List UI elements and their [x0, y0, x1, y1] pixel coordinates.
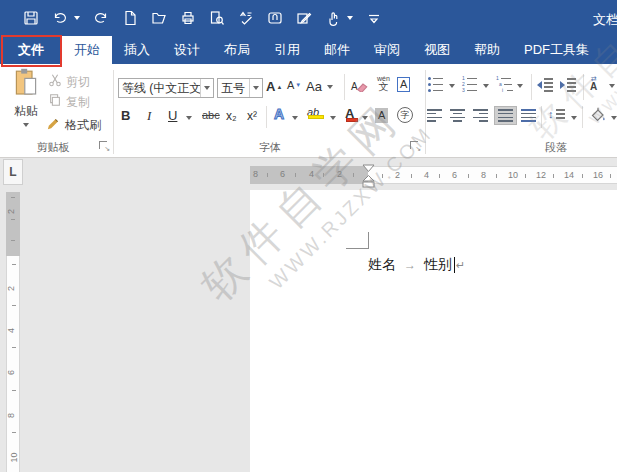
numbering-button[interactable]: 1 2 3 — [462, 77, 477, 92]
tab-邮件[interactable]: 邮件 — [312, 36, 362, 64]
text-effects-dropdown[interactable] — [292, 116, 298, 120]
font-color-button[interactable]: A — [345, 106, 354, 121]
vertical-ruler-margin[interactable]: 2 — [6, 192, 20, 256]
tab-视图[interactable]: 视图 — [412, 36, 462, 64]
text-effects-button[interactable]: A — [274, 106, 284, 122]
bold-button[interactable]: B — [121, 108, 130, 123]
spelling-check-icon[interactable] — [237, 9, 254, 26]
bullets-button[interactable] — [428, 77, 443, 92]
font-name-combo[interactable]: 等线 (中文正文 — [118, 78, 214, 98]
tab-插入[interactable]: 插入 — [112, 36, 162, 64]
undo-icon[interactable] — [51, 9, 68, 26]
font-name-dropdown[interactable] — [200, 79, 213, 97]
grow-font-arrow-icon: ▲ — [276, 84, 282, 90]
customize-icon[interactable] — [365, 9, 382, 26]
asian-layout-button[interactable]: ⇄ A — [590, 75, 597, 92]
quick-access-toolbar — [22, 9, 382, 26]
separator — [344, 74, 345, 100]
subscript-button[interactable]: x₂ — [226, 109, 237, 123]
shading-dropdown[interactable] — [611, 116, 617, 120]
tab-审阅[interactable]: 审阅 — [362, 36, 412, 64]
margin-corner-mark — [368, 232, 369, 249]
tab-开始[interactable]: 开始 — [62, 36, 112, 64]
new-document-icon[interactable] — [121, 9, 138, 26]
attachment-icon[interactable] — [266, 9, 283, 26]
superscript-button[interactable]: x² — [247, 109, 257, 123]
grow-font-button[interactable]: A▲ — [266, 79, 282, 94]
ruler-tick — [439, 174, 440, 178]
align-left-button[interactable] — [427, 109, 442, 122]
eraser-icon — [355, 77, 370, 96]
line-spacing-button[interactable]: ↕ — [548, 108, 565, 120]
align-right-button[interactable] — [473, 109, 488, 122]
numbering-dropdown[interactable] — [483, 84, 489, 88]
document-text-line[interactable]: 姓名 → 性别 ↵ — [368, 256, 465, 274]
distribute-button[interactable] — [521, 109, 536, 122]
horizontal-ruler-margin[interactable]: 8642 — [250, 166, 368, 184]
page[interactable] — [250, 190, 617, 472]
ruler-tick — [382, 174, 383, 178]
tab-PDF工具集[interactable]: PDF工具集 — [512, 36, 601, 64]
tab-formatting-mark: → — [404, 258, 416, 272]
left-arrow-icon — [537, 81, 542, 89]
text-cursor — [454, 257, 455, 273]
multilevel-dropdown[interactable] — [517, 84, 523, 88]
asian-layout-dropdown[interactable] — [609, 84, 615, 88]
italic-button[interactable]: I — [147, 108, 151, 124]
align-center-button[interactable] — [450, 109, 465, 122]
paste-button[interactable]: 粘贴 — [6, 67, 46, 133]
tab-引用[interactable]: 引用 — [262, 36, 312, 64]
undo-dropdown-arrow[interactable] — [74, 16, 80, 20]
cut-button[interactable]: 剪切 — [48, 73, 90, 91]
justify-button[interactable] — [495, 107, 516, 124]
format-painter-button[interactable]: 格式刷 — [46, 116, 101, 135]
font-size-combo[interactable]: 五号 — [217, 78, 263, 98]
redo-icon[interactable] — [92, 9, 109, 26]
shrink-font-button[interactable]: A▼ — [287, 79, 301, 91]
tab-帮助[interactable]: 帮助 — [462, 36, 512, 64]
font-size-dropdown[interactable] — [249, 79, 262, 97]
horizontal-ruler[interactable]: 246810121416 — [368, 166, 617, 184]
strikethrough-button[interactable]: abc — [202, 109, 220, 121]
character-shading-button[interactable]: A — [375, 108, 388, 123]
line-spacing-dropdown[interactable] — [571, 116, 577, 120]
highlight-dropdown[interactable] — [330, 116, 336, 120]
enclose-characters-button[interactable]: 字 — [397, 107, 413, 123]
underline-button[interactable]: U — [168, 108, 177, 123]
tab-stop-selector[interactable]: L — [3, 159, 23, 185]
decrease-indent-button[interactable] — [537, 78, 553, 92]
tab-文件[interactable]: 文件 — [0, 36, 62, 64]
separator — [541, 106, 542, 128]
ruler-number: 2 — [7, 286, 16, 291]
change-case-dropdown[interactable] — [327, 85, 333, 89]
font-dialog-launcher[interactable] — [410, 141, 420, 151]
print-preview-icon[interactable] — [208, 9, 225, 26]
character-border-button[interactable]: A — [397, 77, 410, 92]
ruler-tick — [12, 432, 16, 433]
edit-icon[interactable] — [295, 9, 312, 26]
print-icon[interactable] — [179, 9, 196, 26]
tab-设计[interactable]: 设计 — [162, 36, 212, 64]
phonetic-guide-button[interactable]: wén 文 — [377, 75, 390, 92]
underline-dropdown[interactable] — [186, 116, 192, 120]
bullets-dropdown[interactable] — [449, 84, 455, 88]
open-icon[interactable] — [150, 9, 167, 26]
increase-indent-button[interactable] — [560, 78, 576, 92]
save-icon[interactable] — [22, 9, 39, 26]
change-case-button[interactable]: Aa — [306, 79, 333, 94]
shading-button[interactable] — [589, 106, 607, 128]
copy-button[interactable]: 复制 — [48, 93, 90, 111]
align-center-icon — [450, 109, 465, 122]
vertical-ruler[interactable]: 246810 — [6, 256, 20, 472]
touch-mode-icon[interactable] — [324, 9, 341, 26]
tab-布局[interactable]: 布局 — [212, 36, 262, 64]
clear-formatting-button[interactable]: A — [351, 77, 370, 96]
clipboard-dialog-launcher[interactable] — [99, 141, 109, 151]
indent-markers[interactable] — [361, 164, 376, 194]
font-color-dropdown[interactable] — [362, 116, 368, 120]
paste-dropdown-arrow[interactable] — [23, 123, 29, 127]
touch-mode-dropdown-arrow[interactable] — [347, 16, 353, 20]
multilevel-list-button[interactable]: 1 a i — [496, 77, 513, 92]
ruler-number: 8 — [481, 171, 486, 180]
text-highlight-button[interactable]: ab — [307, 106, 319, 118]
